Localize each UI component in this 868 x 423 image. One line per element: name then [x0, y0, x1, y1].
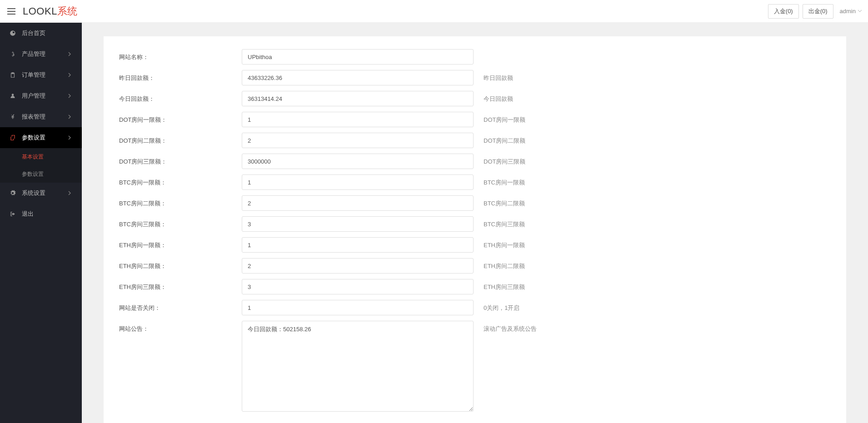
field-help: BTC房间二限额: [474, 195, 592, 208]
field-help: DOT房间二限额: [474, 133, 592, 145]
field-input-6[interactable]: [242, 174, 474, 190]
sidebar-item-6[interactable]: 系统设置: [0, 183, 82, 204]
field-label: BTC房间二限额：: [119, 195, 242, 208]
field-help: [474, 49, 592, 53]
deposit-button[interactable]: 入金(0): [768, 4, 799, 19]
field-help: ETH房间一限额: [474, 237, 592, 249]
form-row: DOT房间二限额：DOT房间二限额: [119, 133, 831, 148]
field-label: DOT房间三限额：: [119, 154, 242, 166]
topbar: LOOKL系统 入金(0) 出金(0) admin: [0, 0, 868, 23]
field-help: DOT房间一限额: [474, 112, 592, 124]
sidebar-submenu: 基本设置参数设置: [0, 148, 82, 183]
form-row: ETH房间一限额：ETH房间一限额: [119, 237, 831, 253]
field-input-10[interactable]: [242, 258, 474, 274]
brand-logo: LOOKL系统: [23, 5, 78, 18]
form-row: DOT房间一限额：DOT房间一限额: [119, 112, 831, 127]
field-help: BTC房间三限额: [474, 216, 592, 229]
form-row: ETH房间三限额：ETH房间三限额: [119, 279, 831, 294]
form-row: BTC房间二限额：BTC房间二限额: [119, 195, 831, 211]
sidebar-item-3[interactable]: 用户管理: [0, 85, 82, 106]
sidebar-item-label: 订单管理: [22, 71, 68, 79]
withdraw-button[interactable]: 出金(0): [803, 4, 833, 19]
signout-icon: [9, 210, 16, 218]
field-input-12[interactable]: [242, 300, 474, 315]
field-help: BTC房间一限额: [474, 174, 592, 187]
sidebar-item-label: 后台首页: [22, 29, 73, 37]
announcement-textarea[interactable]: 今日回款额：502158.26: [242, 321, 474, 412]
field-help: ETH房间二限额: [474, 258, 592, 270]
dashboard-icon: [9, 30, 16, 37]
field-label: ETH房间三限额：: [119, 279, 242, 291]
sidebar-subitem-5-1[interactable]: 参数设置: [0, 165, 82, 183]
sidebar-item-label: 退出: [22, 210, 73, 218]
field-label: DOT房间一限额：: [119, 112, 242, 124]
field-help: DOT房间三限额: [474, 154, 592, 166]
bitcoin-icon: [9, 50, 16, 58]
field-label: 今日回款额：: [119, 91, 242, 103]
field-help: ETH房间三限额: [474, 279, 592, 291]
field-input-3[interactable]: [242, 112, 474, 127]
field-label: 网站公告：: [119, 321, 242, 333]
sidebar-item-label: 参数设置: [22, 134, 68, 142]
field-help: 今日回款额: [474, 91, 592, 103]
field-help: 滚动广告及系统公告: [474, 321, 592, 333]
field-input-4[interactable]: [242, 133, 474, 148]
form-row: 网站是否关闭：0关闭，1开启: [119, 300, 831, 315]
field-label: BTC房间三限额：: [119, 216, 242, 229]
sidebar-item-4[interactable]: 报表管理: [0, 106, 82, 127]
form-row: 网站名称：: [119, 49, 831, 65]
sidebar-item-label: 报表管理: [22, 113, 68, 121]
sidebar-item-2[interactable]: 订单管理: [0, 65, 82, 85]
yen-icon: [9, 113, 16, 120]
form-row: DOT房间三限额：DOT房间三限额: [119, 154, 831, 169]
field-input-0[interactable]: [242, 49, 474, 65]
sidebar-item-5[interactable]: 参数设置: [0, 127, 82, 148]
chevron-right-icon: [68, 73, 73, 77]
cogs-icon: [9, 189, 16, 197]
field-input-11[interactable]: [242, 279, 474, 294]
copy-icon: [9, 134, 16, 141]
field-label: ETH房间二限额：: [119, 258, 242, 270]
chevron-down-icon: [858, 10, 862, 12]
chevron-right-icon: [68, 114, 73, 119]
sidebar-item-label: 系统设置: [22, 189, 68, 197]
field-label: DOT房间二限额：: [119, 133, 242, 145]
field-label: 网站是否关闭：: [119, 300, 242, 312]
field-input-7[interactable]: [242, 195, 474, 211]
form-row: 昨日回款额：昨日回款额: [119, 70, 831, 85]
chevron-right-icon: [68, 135, 73, 140]
field-input-5[interactable]: [242, 154, 474, 169]
content-area: 网站名称：昨日回款额：昨日回款额今日回款额：今日回款额DOT房间一限额：DOT房…: [82, 23, 868, 423]
field-help: 0关闭，1开启: [474, 300, 592, 312]
sidebar-item-label: 用户管理: [22, 92, 68, 100]
chevron-right-icon: [68, 52, 73, 56]
form-row: BTC房间一限额：BTC房间一限额: [119, 174, 831, 190]
settings-form-panel: 网站名称：昨日回款额：昨日回款额今日回款额：今日回款额DOT房间一限额：DOT房…: [104, 36, 846, 423]
field-label: 网站名称：: [119, 49, 242, 61]
form-row: 今日回款额：今日回款额: [119, 91, 831, 106]
sidebar-item-1[interactable]: 产品管理: [0, 44, 82, 65]
field-input-1[interactable]: [242, 70, 474, 85]
sidebar-subitem-5-0[interactable]: 基本设置: [0, 148, 82, 165]
clipboard-icon: [9, 71, 16, 79]
sidebar-item-label: 产品管理: [22, 50, 68, 58]
sidebar-item-0[interactable]: 后台首页: [0, 23, 82, 44]
user-icon: [9, 92, 16, 100]
form-row: ETH房间二限额：ETH房间二限额: [119, 258, 831, 274]
admin-dropdown[interactable]: admin: [840, 8, 862, 15]
chevron-right-icon: [68, 94, 73, 98]
brand-text-1: LOOKL: [23, 5, 57, 17]
sidebar-item-7[interactable]: 退出: [0, 204, 82, 224]
form-row-announcement: 网站公告：今日回款额：502158.26滚动广告及系统公告: [119, 321, 831, 412]
field-input-8[interactable]: [242, 216, 474, 232]
form-row: BTC房间三限额：BTC房间三限额: [119, 216, 831, 232]
menu-toggle-icon[interactable]: [6, 6, 16, 16]
field-label: BTC房间一限额：: [119, 174, 242, 187]
field-input-9[interactable]: [242, 237, 474, 253]
field-input-2[interactable]: [242, 91, 474, 106]
brand-text-2: 系统: [57, 5, 78, 17]
admin-label: admin: [840, 8, 856, 15]
chevron-right-icon: [68, 191, 73, 195]
sidebar: 后台首页产品管理订单管理用户管理报表管理参数设置基本设置参数设置系统设置退出: [0, 23, 82, 423]
field-label: ETH房间一限额：: [119, 237, 242, 249]
